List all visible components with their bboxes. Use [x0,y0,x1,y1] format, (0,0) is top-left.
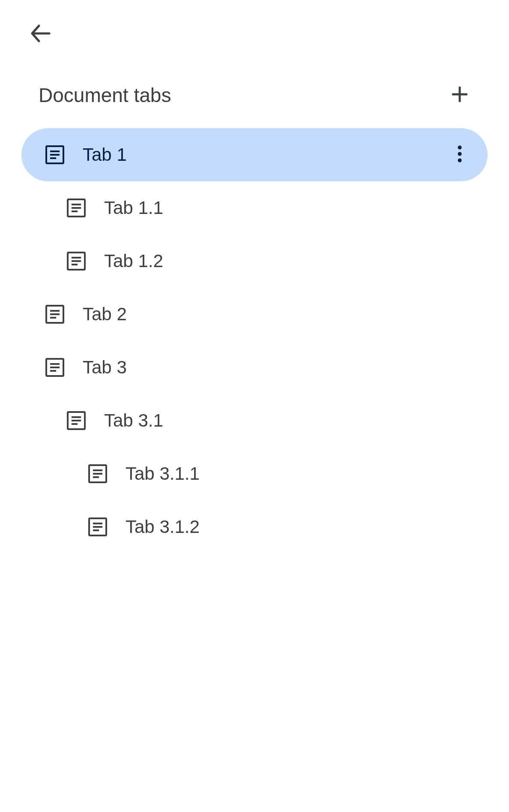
document-icon [66,251,86,271]
document-icon [45,304,65,324]
document-icon [45,358,65,377]
panel-header: Document tabs [21,84,488,128]
tab-item[interactable]: Tab 2 [21,288,488,341]
add-tab-button[interactable] [449,84,470,106]
tab-label: Tab 3.1 [104,410,488,431]
document-icon [66,411,86,430]
tab-label: Tab 3.1.1 [126,463,488,484]
tab-more-button[interactable] [449,144,470,165]
tab-label: Tab 3 [83,357,488,378]
tab-label: Tab 3.1.2 [126,517,488,537]
tab-label: Tab 1.2 [104,251,488,271]
back-button[interactable] [28,21,54,47]
tab-label: Tab 1 [83,144,449,165]
document-icon [88,517,108,537]
svg-point-8 [458,159,462,162]
tab-label: Tab 1.1 [104,198,488,218]
arrow-left-icon [30,22,52,46]
panel-title: Document tabs [39,84,171,107]
document-icon [88,464,108,484]
svg-point-6 [458,146,462,150]
tab-item[interactable]: Tab 3.1.2 [21,500,488,553]
tab-item[interactable]: Tab 3 [21,341,488,394]
svg-point-7 [458,152,462,156]
document-icon [45,145,65,165]
document-icon [66,198,86,218]
tab-label: Tab 2 [83,304,488,325]
tab-item[interactable]: Tab 1.2 [21,235,488,288]
tab-item[interactable]: Tab 3.1.1 [21,447,488,500]
plus-icon [452,87,467,104]
more-vertical-icon [458,145,462,164]
tab-item[interactable]: Tab 1.1 [21,181,488,235]
tab-item[interactable]: Tab 1 [21,128,488,181]
tab-item[interactable]: Tab 3.1 [21,394,488,447]
tabs-list: Tab 1 Tab 1.1 [21,128,488,553]
